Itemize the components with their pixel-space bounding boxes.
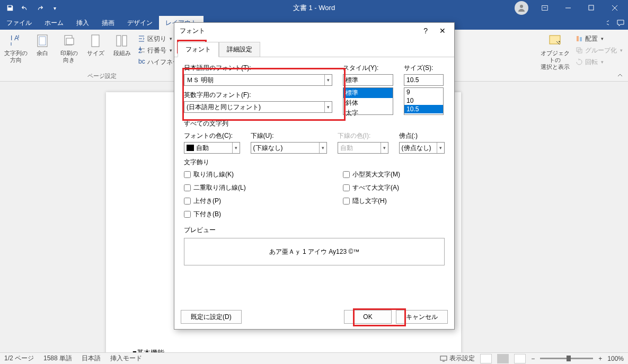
account-icon[interactable] (515, 1, 528, 15)
dialog-tab-font[interactable]: フォント (178, 42, 219, 57)
svg-rect-9 (92, 35, 99, 47)
zoom-in-icon[interactable]: + (598, 355, 602, 362)
dialog-tab-advanced[interactable]: 詳細設定 (219, 42, 260, 57)
size-input[interactable]: 10.5 (404, 74, 444, 86)
allcaps-checkbox[interactable]: すべて大文字(A) (343, 183, 400, 192)
size-option[interactable]: 10 (404, 96, 443, 105)
rotate-button: 回転▾ (573, 56, 625, 68)
tab-draw[interactable]: 描画 (95, 16, 121, 30)
svg-rect-11 (122, 35, 127, 46)
svg-rect-8 (66, 38, 74, 45)
svg-text:A: A (14, 34, 19, 42)
status-words[interactable]: 1588 単語 (43, 354, 72, 363)
style-option[interactable]: 標準 (343, 88, 393, 98)
svg-rect-2 (589, 5, 594, 10)
style-input[interactable]: 標準 (343, 74, 393, 86)
emphasis-select[interactable]: (傍点なし)▾ (399, 142, 445, 154)
view-print-layout[interactable] (497, 354, 509, 363)
hidden-checkbox[interactable]: 隠し文字(H) (343, 197, 400, 206)
svg-point-0 (520, 5, 523, 8)
view-read-mode[interactable] (480, 354, 492, 363)
doc-line: ■基本機能 (132, 347, 435, 352)
status-lang[interactable]: 日本語 (82, 354, 101, 363)
color-label: フォントの色(C): (184, 131, 240, 140)
size-button[interactable]: サイズ (83, 32, 108, 68)
svg-rect-17 (580, 37, 582, 41)
save-icon[interactable] (3, 1, 17, 15)
emphasis-label: 傍点(:) (399, 131, 445, 140)
align-button[interactable]: 配置▾ (573, 33, 625, 45)
tab-insert[interactable]: 挿入 (70, 16, 95, 30)
style-list[interactable]: 標準 斜体 太字 (343, 87, 393, 115)
style-label: スタイル(Y): (343, 64, 393, 73)
zoom-slider[interactable] (540, 358, 593, 359)
group-button: グループ化▾ (573, 45, 625, 56)
orientation-button[interactable]: 印刷の向き (56, 32, 82, 68)
dialog-titlebar: フォント ? ✕ (174, 23, 454, 39)
underline-label: 下線(U): (251, 131, 327, 140)
underline-color-label: 下線の色(I): (338, 131, 388, 140)
smallcaps-checkbox[interactable]: 小型英大文字(M) (343, 170, 400, 179)
all-text-label: すべての文字列 (184, 119, 445, 128)
status-page[interactable]: 1/2 ページ (4, 354, 34, 363)
size-list[interactable]: 9 10 10.5 (404, 87, 444, 115)
tab-home[interactable]: ホーム (38, 16, 70, 30)
latin-font-label: 英数字用のフォント(F): (184, 91, 332, 100)
svg-rect-20 (440, 356, 447, 360)
margins-button[interactable]: 余白 (30, 32, 55, 68)
svg-rect-10 (117, 35, 121, 46)
zoom-out-icon[interactable]: − (531, 355, 535, 362)
maximize-icon[interactable] (580, 0, 603, 16)
effects-label: 文字飾り (184, 158, 445, 167)
ribbon-group-page-setup-label: ページ設定 (87, 72, 117, 81)
close-icon[interactable] (604, 0, 626, 16)
status-display-settings[interactable]: 表示設定 (440, 354, 475, 363)
size-option[interactable]: 9 (404, 88, 443, 96)
share-icon[interactable] (604, 19, 612, 27)
title-bar: ▾ 文書 1 - Word (0, 0, 628, 16)
dialog-help-icon[interactable]: ? (420, 25, 431, 36)
preview-box: あア亜Ａｙ 1 アイウ Ay123 ©™ (184, 238, 445, 265)
font-dialog: フォント ? ✕ フォント 詳細設定 日本語用のフォント(T): ＭＳ 明朝▾ … (174, 22, 455, 330)
subscript-checkbox[interactable]: 下付き(B) (184, 210, 332, 219)
strike-checkbox[interactable]: 取り消し線(K) (184, 170, 332, 179)
style-option[interactable]: 太字 (343, 108, 393, 118)
selection-pane-button[interactable]: オブジェクトの選択と表示 (537, 32, 572, 72)
color-select[interactable]: 自動▾ (184, 142, 240, 154)
style-option[interactable]: 斜体 (343, 98, 393, 108)
size-option[interactable]: 10.5 (404, 105, 443, 113)
text-direction-button[interactable]: IA文字列の方向 (3, 32, 29, 68)
latin-font-select[interactable]: (日本語用と同じフォント)▾ (184, 101, 332, 113)
svg-text:2: 2 (138, 47, 142, 54)
svg-text:bc: bc (138, 58, 145, 65)
comments-icon[interactable] (616, 19, 625, 27)
superscript-checkbox[interactable]: 上付き(P) (184, 197, 332, 206)
collapse-ribbon-icon[interactable] (616, 72, 624, 79)
svg-rect-1 (542, 6, 548, 11)
jp-font-select[interactable]: ＭＳ 明朝▾ (184, 74, 332, 86)
redo-icon[interactable] (33, 1, 47, 15)
view-web-layout[interactable] (514, 354, 526, 363)
jp-font-label: 日本語用のフォント(T): (184, 64, 332, 73)
dialog-close-icon[interactable]: ✕ (436, 25, 449, 36)
preview-label: プレビュー (184, 226, 445, 235)
double-strike-checkbox[interactable]: 二重取り消し線(L) (184, 183, 332, 192)
zoom-level[interactable]: 100% (607, 355, 624, 362)
cancel-button[interactable]: キャンセル (396, 310, 448, 324)
status-mode[interactable]: 挿入モード (110, 354, 142, 363)
qat-customize-icon[interactable]: ▾ (48, 1, 61, 15)
size-label: サイズ(S): (404, 64, 444, 73)
tab-design[interactable]: デザイン (121, 16, 159, 30)
ribbon-display-options-icon[interactable] (534, 0, 556, 16)
minimize-icon[interactable] (557, 0, 579, 16)
underline-color-select: 自動▾ (338, 142, 388, 154)
columns-button[interactable]: 段組み (109, 32, 135, 68)
svg-text:I: I (11, 34, 12, 42)
window-title: 文書 1 - Word (293, 3, 335, 13)
ok-button[interactable]: OK (344, 310, 392, 324)
svg-rect-16 (577, 36, 579, 41)
undo-icon[interactable] (18, 1, 32, 15)
set-default-button[interactable]: 既定に設定(D) (181, 310, 242, 324)
tab-file[interactable]: ファイル (0, 16, 38, 30)
underline-select[interactable]: (下線なし)▾ (251, 142, 327, 154)
